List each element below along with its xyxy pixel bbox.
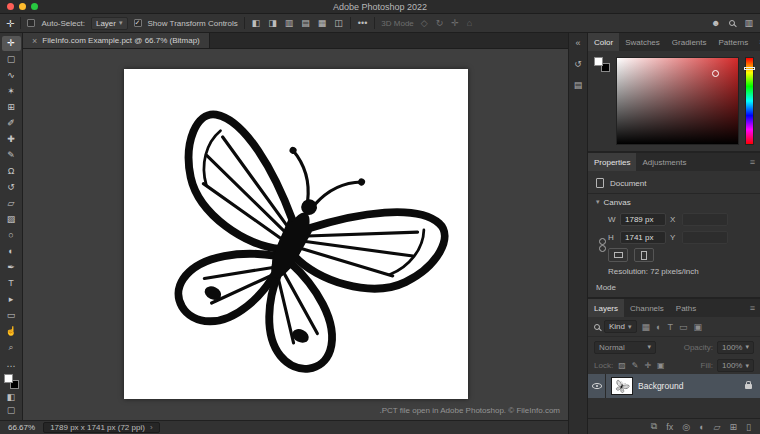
lasso-tool[interactable]: ∿: [2, 68, 21, 83]
gradient-tool-icon: ▨: [7, 215, 16, 224]
panel-menu-icon[interactable]: ≡: [745, 299, 760, 317]
tab-patterns[interactable]: Patterns: [713, 33, 755, 51]
lock-position-icon[interactable]: ✛: [643, 361, 652, 370]
adjustment-layer-icon[interactable]: ◐: [699, 422, 704, 432]
history-brush-tool[interactable]: ↺: [2, 180, 21, 195]
layer-effects-icon[interactable]: fx: [666, 422, 673, 432]
crop-tool[interactable]: ⊞: [2, 100, 21, 115]
path-select-tool[interactable]: ▸: [2, 292, 21, 307]
dodge-tool[interactable]: ◐: [2, 244, 21, 259]
foreground-background-swatches[interactable]: [4, 374, 19, 389]
zoom-tool[interactable]: ⌕: [2, 340, 21, 355]
mode-row[interactable]: Mode: [596, 279, 752, 295]
history-brush-tool-icon: ↺: [7, 183, 15, 192]
close-tab-icon[interactable]: ×: [32, 36, 37, 46]
panel-menu-icon[interactable]: ≡: [745, 153, 760, 171]
filter-type-layers-icon[interactable]: T: [666, 322, 674, 332]
tab-channels[interactable]: Channels: [624, 299, 670, 317]
layer-visibility-toggle[interactable]: [588, 374, 606, 398]
opacity-dropdown[interactable]: 100% ▾: [717, 341, 754, 354]
document-tab[interactable]: × FileInfo.com Example.pct @ 66.7% (Bitm…: [23, 33, 210, 48]
move-tool[interactable]: ✛: [2, 36, 21, 51]
orientation-portrait-button[interactable]: [634, 248, 654, 262]
tab-swatches[interactable]: Swatches: [619, 33, 666, 51]
search-icon[interactable]: [729, 20, 735, 26]
document-properties-row[interactable]: Document: [596, 173, 752, 193]
document-canvas[interactable]: [124, 69, 468, 399]
eyedropper-tool[interactable]: ✐: [2, 116, 21, 131]
align-middle-icon[interactable]: ▦: [317, 18, 328, 28]
orientation-landscape-button[interactable]: [608, 248, 628, 262]
delete-layer-icon[interactable]: ▯: [746, 422, 751, 432]
width-field[interactable]: 1789 px: [620, 213, 666, 226]
align-left-icon[interactable]: ◧: [251, 18, 262, 28]
foreground-color-swatch: [4, 374, 13, 383]
shape-tool[interactable]: ▭: [2, 308, 21, 323]
new-group-icon[interactable]: ▱: [714, 422, 721, 432]
layer-thumbnail[interactable]: [612, 378, 632, 394]
height-field[interactable]: 1741 px: [620, 231, 666, 244]
link-layers-icon[interactable]: ⧉: [651, 421, 657, 432]
type-tool[interactable]: T: [2, 276, 21, 291]
x-field: [682, 213, 728, 226]
libraries-icon[interactable]: ▤: [574, 80, 583, 90]
filter-shape-layers-icon[interactable]: ▭: [678, 322, 689, 332]
lock-all-icon[interactable]: ▣: [656, 361, 666, 370]
tab-paths[interactable]: Paths: [670, 299, 702, 317]
lock-transparency-icon[interactable]: ▨: [617, 361, 627, 370]
new-layer-icon[interactable]: ⊞: [730, 422, 738, 432]
edit-toolbar-icon[interactable]: ⋯: [6, 361, 17, 371]
workspace-layout-icon[interactable]: ▥: [743, 18, 754, 28]
account-icon[interactable]: ☻: [710, 18, 721, 28]
tab-properties[interactable]: Properties: [588, 153, 636, 171]
blur-tool[interactable]: ○: [2, 228, 21, 243]
collapse-panels-icon[interactable]: «: [575, 38, 580, 48]
pen-tool[interactable]: ✒: [2, 260, 21, 275]
history-icon[interactable]: ↺: [574, 59, 582, 69]
layer-mask-icon[interactable]: ◎: [682, 422, 690, 432]
layer-row-background[interactable]: Background: [588, 374, 760, 398]
panel-menu-icon[interactable]: ≡: [754, 33, 760, 51]
align-top-icon[interactable]: ▤: [300, 18, 311, 28]
magic-wand-tool[interactable]: ✶: [2, 84, 21, 99]
brush-tool[interactable]: ✎: [2, 148, 21, 163]
tab-adjustments[interactable]: Adjustments: [636, 153, 692, 171]
color-swatch-pair[interactable]: [594, 57, 610, 72]
filter-pixel-layers-icon[interactable]: ▦: [641, 322, 652, 332]
quick-mask-icon[interactable]: ◧: [6, 392, 17, 402]
auto-select-dropdown[interactable]: Layer ▾: [91, 17, 128, 30]
canvas-section-header[interactable]: ▾ Canvas: [596, 194, 752, 210]
hue-slider-cursor[interactable]: [744, 67, 755, 70]
align-center-icon[interactable]: ◨: [267, 18, 278, 28]
marquee-tool[interactable]: ▢: [2, 52, 21, 67]
hue-slider[interactable]: [745, 57, 754, 145]
tab-color[interactable]: Color: [588, 33, 619, 51]
tab-gradients[interactable]: Gradients: [666, 33, 713, 51]
fill-dropdown[interactable]: 100% ▾: [717, 359, 754, 372]
align-right-icon[interactable]: ▥: [284, 18, 295, 28]
eyedropper-tool-icon: ✐: [7, 119, 15, 128]
auto-select-checkbox[interactable]: [27, 19, 35, 27]
filter-smart-objects-icon[interactable]: ▣: [693, 322, 704, 332]
lock-pixels-icon[interactable]: ✎: [631, 361, 640, 370]
filter-kind-dropdown[interactable]: Kind ▾: [604, 320, 637, 333]
gradient-tool[interactable]: ▨: [2, 212, 21, 227]
zoom-level[interactable]: 66.67%: [8, 423, 35, 432]
clone-stamp-tool[interactable]: Ω: [2, 164, 21, 179]
show-transform-checkbox[interactable]: ✓: [134, 19, 142, 27]
saturation-field[interactable]: [616, 57, 739, 145]
link-dimensions-icon[interactable]: [599, 238, 606, 252]
document-info[interactable]: 1789 px x 1741 px (72 ppi) ›: [43, 422, 159, 433]
blend-mode-dropdown[interactable]: Normal ▾: [594, 341, 656, 354]
document-tab-strip: × FileInfo.com Example.pct @ 66.7% (Bitm…: [23, 33, 568, 49]
hand-tool[interactable]: ☝: [2, 324, 21, 339]
eraser-tool[interactable]: ▱: [2, 196, 21, 211]
more-options-icon[interactable]: •••: [357, 18, 368, 28]
healing-brush-tool[interactable]: ✚: [2, 132, 21, 147]
color-picker-cursor[interactable]: [712, 70, 719, 77]
right-panel-column: Color Swatches Gradients Patterns ≡ Prop…: [588, 33, 760, 434]
align-bottom-icon[interactable]: ◫: [333, 18, 344, 28]
filter-adjustment-layers-icon[interactable]: ◐: [655, 322, 662, 332]
tab-layers[interactable]: Layers: [588, 299, 624, 317]
screen-mode-icon[interactable]: ▢: [6, 405, 17, 415]
